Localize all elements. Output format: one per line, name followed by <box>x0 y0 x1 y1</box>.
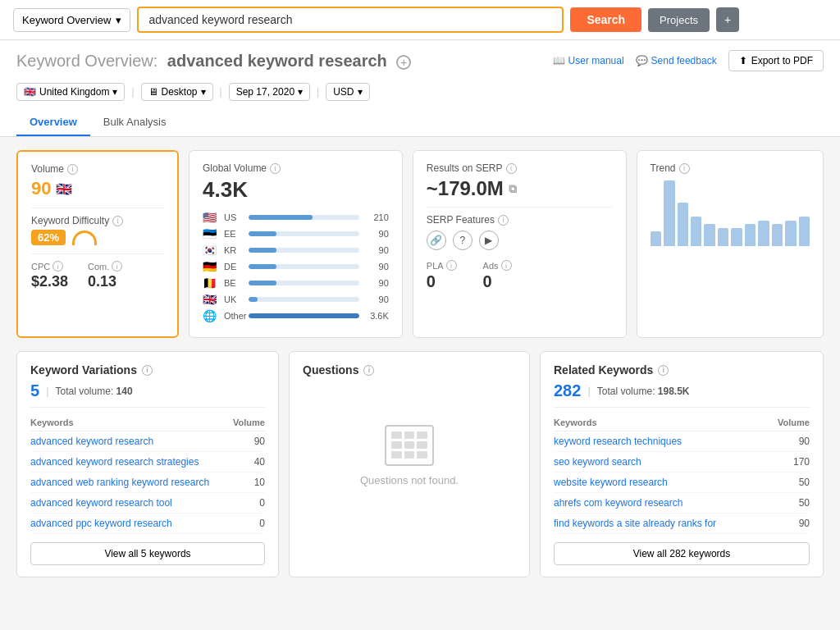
volume-bar-fill <box>249 313 359 318</box>
trend-bar <box>678 203 688 246</box>
search-button[interactable]: Search <box>570 7 641 32</box>
upload-icon: ⬆ <box>739 55 747 66</box>
table-row: find keywords a site already ranks for 9… <box>554 514 810 534</box>
serp-features-info-icon[interactable]: i <box>498 215 509 226</box>
trend-bar <box>718 228 728 246</box>
country-row: 🇧🇪 BE 90 <box>203 276 389 290</box>
date-filter[interactable]: Sep 17, 2020 ▾ <box>229 83 310 101</box>
kw-link[interactable]: website keyword research <box>554 477 668 488</box>
kw-link[interactable]: advanced web ranking keyword research <box>30 477 209 488</box>
country-row: 🌐 Other 3.6K <box>203 309 389 322</box>
kw-link[interactable]: keyword research techniques <box>554 436 682 447</box>
country-filter[interactable]: 🇬🇧 United Kingdom ▾ <box>16 83 125 101</box>
ads-info-icon[interactable]: i <box>501 260 512 271</box>
tool-dropdown-label: Keyword Overview <box>22 14 111 26</box>
global-volume-card: Global Volume i 4.3K 🇺🇸 US 210 🇪🇪 EE 90 … <box>189 150 403 338</box>
kd-badge: 62% <box>31 230 66 245</box>
page-title: Keyword Overview: advanced keyword resea… <box>16 52 411 71</box>
kv-info-icon[interactable]: i <box>142 365 153 376</box>
empty-table-icon <box>385 425 434 466</box>
questions-empty: Questions not found. <box>303 381 516 529</box>
kv-title: Keyword Variations i <box>30 363 265 377</box>
chat-icon: 💬 <box>636 55 648 66</box>
tab-bulk-analysis[interactable]: Bulk Analysis <box>90 109 180 136</box>
cpc-com-row: CPC i $2.38 Com. i 0.13 <box>31 261 164 290</box>
kw-link[interactable]: advanced ppc keyword research <box>30 518 172 529</box>
user-manual-link[interactable]: 📖 User manual <box>553 55 624 66</box>
pla-value: 0 <box>427 272 457 291</box>
rk-info-icon[interactable]: i <box>658 365 669 376</box>
bottom-row: Keyword Variations i 5 | Total volume: 1… <box>16 351 824 578</box>
volume-bar-bg <box>249 231 359 236</box>
header-actions: 📖 User manual 💬 Send feedback ⬆ Export t… <box>553 50 824 71</box>
flag-icon: 🇧🇪 <box>203 276 219 290</box>
country-row: 🇩🇪 DE 90 <box>203 260 389 273</box>
serp-info-icon[interactable]: i <box>506 163 517 174</box>
flag-icon: 🇬🇧 <box>56 181 72 197</box>
country-row: 🇺🇸 US 210 <box>203 211 389 224</box>
volume-info-icon[interactable]: i <box>67 164 78 175</box>
trend-label: Trend i <box>651 162 810 174</box>
kd-info-icon[interactable]: i <box>112 216 123 226</box>
trend-bar <box>758 221 769 246</box>
volume-bar-bg <box>249 281 359 285</box>
table-row: keyword research techniques 90 <box>554 431 810 452</box>
kv-col-volume: Volume <box>230 414 265 431</box>
rk-col-keywords: Keywords <box>554 414 768 431</box>
kd-label: Keyword Difficulty i <box>31 215 164 226</box>
trend-bar <box>651 231 661 246</box>
send-feedback-link[interactable]: 💬 Send feedback <box>636 55 717 66</box>
currency-filter[interactable]: USD ▾ <box>326 83 369 101</box>
metrics-row: Volume i 90 🇬🇧 Keyword Difficulty i 62% <box>16 150 824 338</box>
serp-feature-icons: 🔗 ? ▶ <box>427 231 613 250</box>
table-row: ahrefs com keyword research 50 <box>554 493 810 514</box>
rk-col-volume: Volume <box>768 414 810 431</box>
ads-block: Ads i 0 <box>483 260 512 291</box>
flag-icon: 🇬🇧 <box>203 293 219 306</box>
volume-bar-fill <box>249 297 258 302</box>
volume-bar-bg <box>249 248 359 253</box>
global-volume-info-icon[interactable]: i <box>270 163 281 174</box>
rk-title: Related Keywords i <box>554 363 810 377</box>
kv-count: 5 <box>30 381 39 400</box>
filter-row: 🇬🇧 United Kingdom ▾ | 🖥 Desktop ▾ | Sep … <box>16 78 824 106</box>
view-all-rk-button[interactable]: View all 282 keywords <box>554 542 810 565</box>
trend-bar <box>691 217 701 246</box>
table-row: seo keyword search 170 <box>554 452 810 472</box>
chevron-down-icon: ▾ <box>358 86 363 98</box>
export-pdf-button[interactable]: ⬆ Export to PDF <box>728 50 824 71</box>
kw-link[interactable]: seo keyword search <box>554 456 641 468</box>
rk-count: 282 <box>554 381 581 400</box>
tab-overview[interactable]: Overview <box>16 109 90 136</box>
kw-link[interactable]: advanced keyword research tool <box>30 497 172 509</box>
copy-icon: ⧉ <box>509 182 517 196</box>
kv-table: Keywords Volume advanced keyword researc… <box>30 414 265 534</box>
volume-card: Volume i 90 🇬🇧 Keyword Difficulty i 62% <box>16 150 179 338</box>
volume-bar-fill <box>249 215 313 220</box>
global-volume-label: Global Volume i <box>203 162 389 174</box>
add-project-button[interactable]: + <box>716 7 739 32</box>
rk-table: Keywords Volume keyword research techniq… <box>554 414 810 534</box>
volume-label: Volume i <box>31 163 164 175</box>
device-filter[interactable]: 🖥 Desktop ▾ <box>141 83 213 101</box>
serp-value: ~179.0M ⧉ <box>427 177 613 200</box>
com-info-icon[interactable]: i <box>112 261 122 272</box>
pla-info-icon[interactable]: i <box>446 260 457 271</box>
pla-block: PLA i 0 <box>427 260 457 291</box>
kw-link[interactable]: ahrefs com keyword research <box>554 497 682 509</box>
table-row: advanced keyword research 90 <box>30 431 265 452</box>
questions-info-icon[interactable]: i <box>363 365 374 376</box>
kw-link[interactable]: find keywords a site already ranks for <box>554 518 716 529</box>
tool-dropdown[interactable]: Keyword Overview ▾ <box>13 8 130 32</box>
view-all-kv-button[interactable]: View all 5 keywords <box>30 542 265 565</box>
kw-link[interactable]: advanced keyword research <box>30 436 153 447</box>
cpc-info-icon[interactable]: i <box>52 261 63 272</box>
search-input[interactable] <box>137 7 564 33</box>
add-keyword-button[interactable]: + <box>396 55 411 70</box>
country-bars: 🇺🇸 US 210 🇪🇪 EE 90 🇰🇷 KR 90 🇩🇪 DE <box>203 211 389 322</box>
trend-info-icon[interactable]: i <box>679 163 690 174</box>
table-row: advanced ppc keyword research 0 <box>30 514 265 534</box>
kw-link[interactable]: advanced keyword research strategies <box>30 456 199 468</box>
chevron-down-icon: ▾ <box>112 86 117 98</box>
projects-button[interactable]: Projects <box>648 8 710 32</box>
